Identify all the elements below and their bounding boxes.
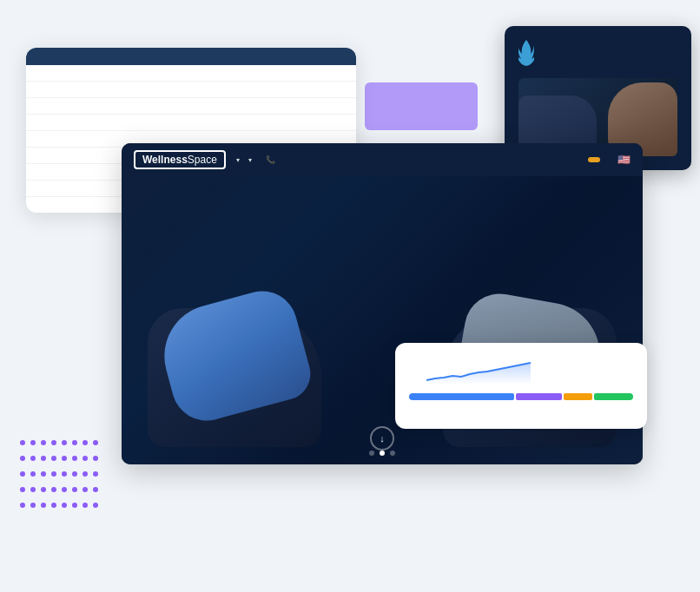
- scroll-down-button[interactable]: ↓: [370, 426, 394, 451]
- volume-cell: [246, 98, 356, 115]
- bar-transactional: [594, 393, 633, 400]
- intent-table: [409, 409, 633, 415]
- keyword-cell: [26, 131, 136, 148]
- keyword-cell: [26, 148, 136, 164]
- chair-left: [148, 273, 321, 447]
- wellness-logo: WellnessSpace: [134, 150, 226, 169]
- table-row: [26, 65, 356, 82]
- chevron-down-icon: ▾: [236, 156, 240, 164]
- hero-dot-inactive: [390, 451, 395, 456]
- col-traffic: [558, 409, 633, 415]
- hero-dot-active: [380, 451, 385, 456]
- bar-navigational: [516, 393, 562, 400]
- volume-cell: [246, 115, 356, 131]
- bar-commercial: [564, 393, 592, 400]
- keyword-cell: [26, 181, 136, 197]
- nav-solutions[interactable]: ▾: [247, 156, 252, 164]
- table-row: [26, 82, 356, 98]
- col-keywords: [484, 409, 558, 415]
- table-row: [26, 115, 356, 131]
- position-cell: [136, 65, 247, 82]
- wellness-navbar: WellnessSpace ▾ ▾ 📞 🇺🇸: [122, 143, 643, 176]
- nav-products[interactable]: ▾: [234, 156, 240, 164]
- position-cell: [136, 115, 247, 131]
- col-intent: [409, 409, 484, 415]
- col-volume: [246, 48, 356, 65]
- col-position: [136, 48, 247, 65]
- sparkline-chart: [426, 358, 531, 385]
- logo-space: Space: [188, 154, 217, 166]
- logo-text: WellnessSpace: [142, 154, 217, 166]
- keyword-cell: [26, 115, 136, 131]
- position-cell: [136, 98, 247, 115]
- keyword-cell: [26, 197, 136, 214]
- volume-cell: [246, 82, 356, 98]
- nav-phone: 📞: [266, 155, 275, 164]
- chevron-down-icon: ▾: [248, 156, 252, 164]
- keyword-cell: [26, 82, 136, 98]
- flame-icon: [518, 40, 534, 69]
- intent-color-bar: [409, 393, 633, 400]
- flag-icon: 🇺🇸: [617, 154, 631, 166]
- keyword-cell: [26, 164, 136, 181]
- traffic-number: [409, 358, 633, 385]
- keyword-cell: [26, 65, 136, 82]
- keyword-cell: [26, 98, 136, 115]
- purple-accent-rectangle: [365, 82, 478, 130]
- table-row: [26, 98, 356, 115]
- hero-dot-inactive: [369, 451, 374, 456]
- col-keyword: [26, 48, 136, 65]
- hydro-logo-area: [518, 40, 677, 69]
- bar-informational: [409, 393, 514, 400]
- position-cell: [136, 82, 247, 98]
- traffic-card: [395, 343, 647, 429]
- volume-cell: [246, 65, 356, 82]
- get-quote-button[interactable]: [588, 157, 600, 162]
- nav-links: ▾ ▾ 📞: [234, 155, 579, 164]
